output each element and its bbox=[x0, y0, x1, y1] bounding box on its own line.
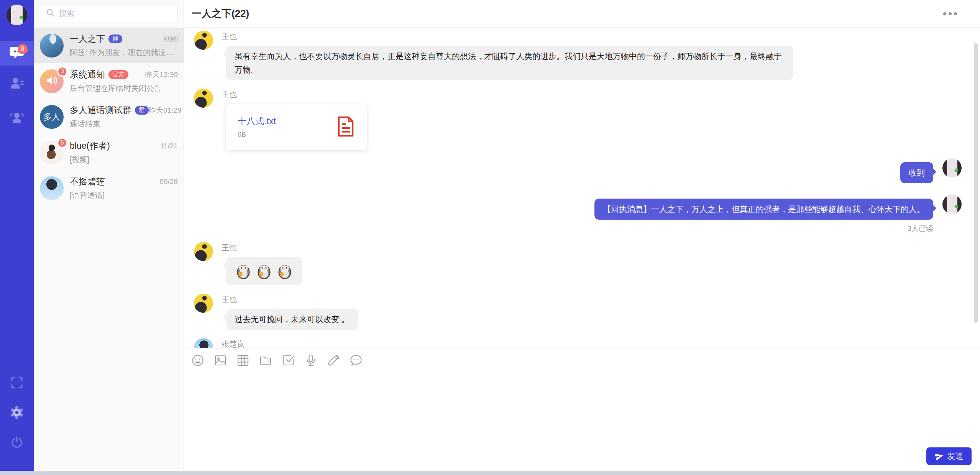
send-label: 发送 bbox=[947, 451, 964, 462]
conversation-time: 11/21 bbox=[160, 142, 178, 150]
group-badge: 群 bbox=[135, 106, 149, 115]
message-bubble[interactable]: 虽有幸生而为人，也不要以万物灵长自居，正是这种妄自尊大的想法，才阻碍了人类的进步… bbox=[226, 46, 793, 80]
sender-avatar[interactable] bbox=[194, 31, 213, 50]
more-options-button[interactable] bbox=[940, 9, 960, 18]
conversation-avatar: 多人 bbox=[40, 105, 64, 129]
own-avatar[interactable] bbox=[942, 195, 962, 214]
message-bubble[interactable]: 【回执消息】一人之下，万人之上，但真正的强者，是那些能够超越自我、心怀天下的人。 bbox=[594, 199, 933, 220]
chat-list-item-yirenzhixia[interactable]: 一人之下 群 刚刚 阿莲: 作为朋友，现在的我没法... bbox=[34, 28, 184, 63]
conversation-avatar bbox=[40, 176, 64, 200]
nav-rail: 8 bbox=[0, 0, 34, 471]
conversation-time: 昨天01:29 bbox=[149, 105, 182, 115]
conversation-name: 一人之下 bbox=[70, 33, 105, 45]
fullscreen-icon bbox=[11, 376, 23, 390]
conversation-time: 刚刚 bbox=[163, 34, 178, 44]
message-bubble[interactable] bbox=[226, 257, 302, 285]
call-button[interactable] bbox=[327, 353, 340, 367]
message-row: 王也 过去无可挽回，未来可以改变 。 bbox=[194, 294, 962, 330]
voice-button[interactable] bbox=[304, 353, 318, 367]
ellipsis-icon bbox=[943, 12, 946, 15]
message-row: 王也 虽有幸生而为人，也不要以万物灵长自居，正是这种妄自尊大的想法，才阻碍了人类… bbox=[194, 31, 962, 80]
sender-avatar[interactable] bbox=[194, 89, 213, 108]
penguin-sticker-icon bbox=[255, 262, 273, 280]
message-row: 收到 bbox=[194, 158, 962, 183]
emoji-button[interactable] bbox=[191, 353, 205, 367]
chat-pane: 一人之下(22) 王也 虽有幸生而为人，也不要以万物灵长自居，正是这种妄自尊大的… bbox=[184, 0, 980, 471]
nav-item-groups[interactable] bbox=[0, 110, 34, 125]
logout-button[interactable] bbox=[0, 436, 34, 451]
nav-item-contacts[interactable] bbox=[0, 76, 34, 92]
sender-avatar[interactable] bbox=[194, 242, 213, 261]
message-row: 王也 十八式.txt 0B bbox=[194, 89, 962, 150]
file-size: 0B bbox=[238, 131, 335, 139]
fullscreen-button[interactable] bbox=[0, 376, 34, 391]
sender-avatar[interactable] bbox=[194, 338, 213, 348]
conversation-list: 一人之下 群 刚刚 阿莲: 作为朋友，现在的我没法... bbox=[34, 0, 184, 471]
penguin-sticker-icon bbox=[276, 262, 294, 280]
chat-header: 一人之下(22) bbox=[184, 0, 980, 28]
contacts-icon bbox=[9, 76, 25, 92]
conversation-name: 系统通知 bbox=[70, 69, 105, 81]
message-bubble[interactable]: 收到 bbox=[900, 162, 933, 183]
conversation-preview: 后台管理仓库临时关闭公告 bbox=[70, 83, 178, 94]
messages-unread-badge: 8 bbox=[18, 44, 28, 54]
message-input[interactable] bbox=[192, 372, 923, 448]
message-list: 王也 虽有幸生而为人，也不要以万物灵长自居，正是这种妄自尊大的想法，才阻碍了人类… bbox=[184, 28, 980, 348]
conversation-name: 不摇碧莲 bbox=[70, 176, 105, 187]
message-bubble[interactable]: 过去无可挽回，未来可以改变 。 bbox=[226, 309, 358, 330]
penguin-sticker-icon bbox=[235, 262, 252, 280]
conversation-preview: 通话结束 bbox=[70, 119, 178, 129]
chat-list-item-multicall-group[interactable]: 多人 多人通话测试群 群 昨天01:29 通话结束 bbox=[34, 99, 184, 135]
page-title: 一人之下(22) bbox=[192, 7, 249, 20]
horizontal-scrollbar[interactable] bbox=[0, 471, 980, 475]
user-avatar[interactable] bbox=[7, 5, 27, 25]
chat-list-item-buyaobilian[interactable]: 不摇碧莲 09/28 [语音通话] bbox=[34, 170, 184, 206]
sender-name: 王也 bbox=[222, 31, 237, 42]
message-history-button[interactable] bbox=[349, 353, 363, 367]
chat-list-item-blue[interactable]: 5 blue(作者) 11/21 [视频] bbox=[34, 135, 184, 170]
file-card[interactable]: 十八式.txt 0B bbox=[226, 104, 367, 150]
conversation-name: 多人通话测试群 bbox=[70, 104, 131, 116]
nav-item-messages[interactable]: 8 bbox=[0, 41, 34, 66]
video-button[interactable] bbox=[236, 353, 250, 367]
speaker-icon bbox=[46, 75, 58, 88]
group-icon bbox=[9, 110, 25, 125]
power-icon bbox=[10, 436, 23, 450]
nav-footer bbox=[0, 361, 34, 471]
conversation-preview: 阿莲: 作为朋友，现在的我没法... bbox=[70, 48, 178, 58]
document-icon bbox=[335, 115, 357, 139]
search-icon bbox=[46, 8, 55, 19]
message-row: 王也 bbox=[194, 242, 962, 285]
image-button[interactable] bbox=[213, 353, 227, 367]
paper-plane-icon bbox=[935, 452, 944, 461]
send-button[interactable]: 发送 bbox=[926, 447, 972, 465]
file-name: 十八式.txt bbox=[238, 115, 335, 127]
sender-name: 张楚岚 bbox=[222, 339, 245, 348]
own-avatar[interactable] bbox=[942, 158, 962, 178]
settings-button[interactable] bbox=[0, 406, 34, 421]
sender-avatar[interactable] bbox=[194, 294, 213, 313]
penguin-stickers bbox=[235, 261, 294, 281]
read-status[interactable]: 3人已读 bbox=[907, 224, 933, 233]
search-bar bbox=[40, 5, 177, 22]
group-badge: 群 bbox=[108, 35, 122, 43]
sender-name: 王也 bbox=[222, 243, 237, 253]
unread-badge: 3 bbox=[57, 66, 67, 77]
conversation-preview: [视频] bbox=[70, 154, 178, 165]
conversation-time: 昨天12:39 bbox=[145, 70, 178, 80]
search-input[interactable] bbox=[59, 9, 172, 18]
conversation-time: 09/28 bbox=[159, 178, 178, 186]
unread-badge: 5 bbox=[57, 138, 67, 148]
sender-name: 王也 bbox=[222, 89, 237, 100]
screenshot-button[interactable] bbox=[281, 353, 295, 367]
file-button[interactable] bbox=[259, 353, 272, 367]
app-window: 8 bbox=[0, 0, 980, 471]
conversation-name: blue(作者) bbox=[70, 140, 110, 152]
composer-toolbar bbox=[184, 348, 980, 369]
conversation-preview: [语音通话] bbox=[70, 190, 178, 201]
composer: 发送 bbox=[184, 348, 980, 471]
official-badge: 官方 bbox=[108, 70, 128, 79]
vertical-scrollbar[interactable] bbox=[974, 43, 978, 323]
chat-list-item-system-notice[interactable]: 3 系统通知 官方 昨天12:39 后台管理仓库临时关闭公告 bbox=[34, 63, 184, 99]
message-row: 张楚岚 作为朋友，现在的我没法保证救你逃出生天，我能保证的只有...如果你真的会… bbox=[194, 338, 962, 348]
